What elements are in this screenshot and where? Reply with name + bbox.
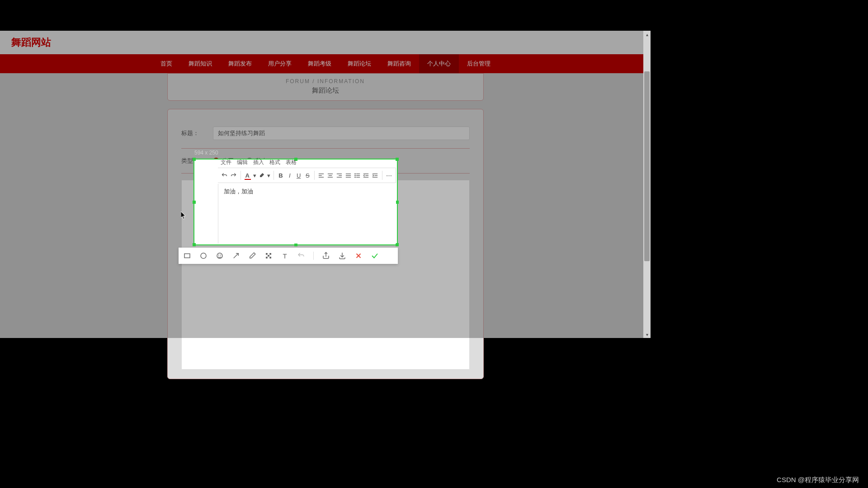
svg-rect-24	[184, 254, 190, 258]
handle-bot-left[interactable]	[193, 243, 196, 246]
nav-knowledge[interactable]: 舞蹈知识	[180, 54, 220, 73]
svg-point-28	[221, 255, 221, 255]
cancel-icon[interactable]	[354, 252, 363, 260]
emoji-icon[interactable]	[216, 252, 224, 260]
underline-icon[interactable]: U	[295, 170, 303, 180]
more-icon[interactable]: ⋯	[385, 170, 393, 180]
highlight-icon[interactable]	[258, 170, 266, 180]
share-icon[interactable]	[322, 252, 330, 260]
site-title: 舞蹈网站	[11, 36, 51, 49]
nav-publish[interactable]: 舞蹈发布	[220, 54, 260, 73]
menu-file[interactable]: 文件	[221, 159, 231, 166]
indent-icon[interactable]	[371, 170, 379, 180]
nav-home[interactable]: 首页	[152, 54, 180, 73]
scroll-down-arrow[interactable]: ▾	[643, 331, 651, 338]
svg-point-27	[218, 255, 219, 255]
svg-point-25	[201, 253, 206, 258]
handle-bot-mid[interactable]	[294, 243, 297, 246]
rectangle-icon[interactable]	[183, 252, 191, 260]
section-subtitle: FORUM / INFORMATION	[168, 78, 483, 84]
undo-icon[interactable]	[297, 252, 305, 260]
arrow-icon[interactable]	[232, 252, 240, 260]
title-row: 标题：	[181, 118, 470, 149]
svg-point-15	[354, 174, 355, 174]
text-icon[interactable]: T	[281, 252, 289, 260]
svg-rect-33	[266, 257, 268, 258]
align-right-icon[interactable]	[335, 170, 344, 180]
separator	[313, 252, 314, 260]
download-icon[interactable]	[338, 252, 346, 260]
align-justify-icon[interactable]	[344, 170, 352, 180]
menu-edit[interactable]: 编辑	[237, 159, 248, 166]
screenshot-selection[interactable]: 594 x 250 文件 编辑 插入 格式 表格 A ▾ ▾ B I U	[193, 159, 398, 245]
screenshot-toolbar: T	[179, 248, 398, 264]
menu-insert[interactable]: 插入	[253, 159, 264, 166]
align-center-icon[interactable]	[326, 170, 335, 180]
redo-icon[interactable]	[230, 170, 238, 180]
menu-table[interactable]: 表格	[286, 159, 297, 166]
watermark: CSDN @程序猿毕业分享网	[777, 476, 859, 484]
svg-point-17	[354, 177, 355, 177]
confirm-icon[interactable]	[371, 252, 379, 260]
mouse-cursor	[181, 211, 186, 220]
strikethrough-icon[interactable]: S	[303, 170, 311, 180]
svg-line-29	[234, 253, 239, 258]
handle-mid-right[interactable]	[396, 201, 399, 204]
mosaic-icon[interactable]	[264, 252, 273, 260]
handle-bot-right[interactable]	[396, 243, 399, 246]
editor-content[interactable]: 加油，加油	[218, 184, 396, 244]
nav-exam[interactable]: 舞蹈考级	[300, 54, 340, 73]
scroll-thumb[interactable]	[644, 71, 650, 261]
chevron-down-icon[interactable]: ▾	[252, 170, 257, 180]
pen-icon[interactable]	[248, 252, 256, 260]
undo-icon[interactable]	[221, 170, 229, 180]
italic-icon[interactable]: I	[286, 170, 294, 180]
scroll-up-arrow[interactable]: ▴	[643, 31, 651, 38]
section-header: FORUM / INFORMATION 舞蹈论坛	[167, 73, 484, 101]
section-title: 舞蹈论坛	[168, 86, 483, 95]
title-input[interactable]	[213, 127, 470, 140]
vertical-scrollbar[interactable]: ▴ ▾	[643, 31, 651, 338]
handle-top-right[interactable]	[396, 158, 399, 161]
editor-menubar: 文件 编辑 插入 格式 表格	[221, 159, 297, 166]
svg-rect-31	[269, 253, 271, 255]
outdent-icon[interactable]	[362, 170, 370, 180]
align-left-icon[interactable]	[317, 170, 326, 180]
nav-consult[interactable]: 舞蹈咨询	[379, 54, 419, 73]
svg-rect-34	[269, 257, 271, 258]
nav-admin[interactable]: 后台管理	[459, 54, 499, 73]
menu-format[interactable]: 格式	[269, 159, 280, 166]
nav-forum[interactable]: 舞蹈论坛	[340, 54, 379, 73]
svg-point-16	[354, 175, 355, 175]
selection-size-label: 594 x 250	[194, 150, 218, 156]
bold-icon[interactable]: B	[277, 170, 285, 180]
title-label: 标题：	[181, 129, 213, 137]
nav-usershare[interactable]: 用户分享	[260, 54, 300, 73]
handle-mid-left[interactable]	[193, 201, 196, 204]
nav-bar: 首页 舞蹈知识 舞蹈发布 用户分享 舞蹈考级 舞蹈论坛 舞蹈咨询 个人中心 后台…	[0, 54, 651, 73]
handle-top-left[interactable]	[193, 158, 196, 161]
editor-toolbar: A ▾ ▾ B I U S ⋯	[218, 168, 396, 183]
list-icon[interactable]	[353, 170, 361, 180]
circle-icon[interactable]	[199, 252, 208, 260]
svg-rect-30	[266, 253, 268, 255]
chevron-down-icon[interactable]: ▾	[267, 170, 271, 180]
text-color-icon[interactable]: A	[243, 170, 251, 180]
top-header: 舞蹈网站	[0, 31, 651, 54]
nav-personal[interactable]: 个人中心	[419, 54, 459, 73]
svg-rect-32	[268, 255, 269, 257]
